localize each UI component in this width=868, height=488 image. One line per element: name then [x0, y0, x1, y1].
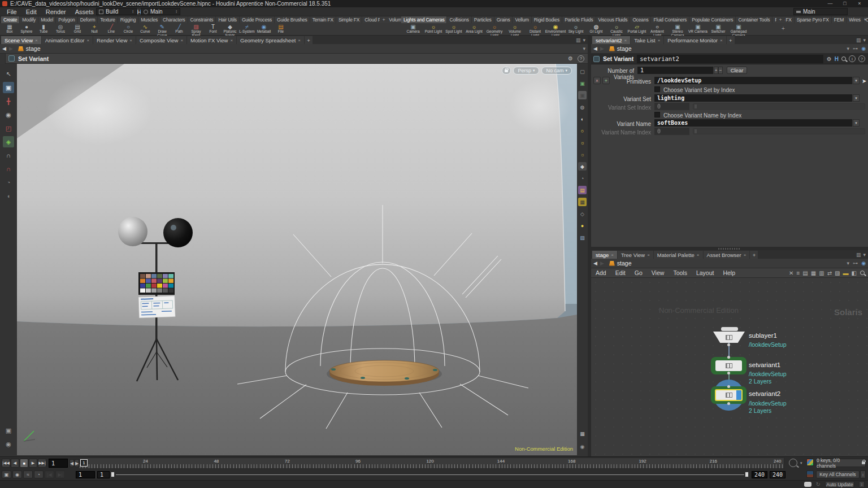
gi-light-tool[interactable]: ◍ GI Light — [586, 23, 606, 34]
tab-close-icon[interactable]: × — [230, 38, 233, 43]
add-pane-tab-button[interactable]: + — [750, 251, 758, 259]
l-system-tool[interactable]: ⌿ L-System — [238, 23, 255, 34]
range-start-field[interactable]: 1 — [97, 471, 110, 478]
net-tools-icon[interactable]: ✕ — [789, 270, 793, 276]
menu-item[interactable]: Edit — [21, 7, 41, 16]
lock-camera-icon[interactable]: ▣ — [578, 91, 587, 99]
shelf-tab[interactable]: Create — [1, 16, 19, 23]
hand-tool-icon[interactable]: ◔ — [578, 174, 587, 182]
lighting-mode-icon[interactable]: ○ — [578, 127, 587, 135]
character-tool-icon[interactable]: ◖ — [3, 190, 14, 202]
tab-close-icon[interactable]: × — [658, 38, 661, 43]
play-forward-button[interactable]: ▶ — [29, 459, 37, 468]
lock-camera-pill[interactable] — [502, 67, 511, 75]
floor[interactable] — [17, 315, 577, 455]
network-canvas[interactable]: Non-Commercial Edition Solaris sublayer1… — [591, 278, 868, 456]
grid-toggle-icon[interactable]: ▦ — [578, 429, 587, 438]
gear-icon[interactable]: ⚙ — [827, 56, 832, 62]
variant-name-dropdown[interactable]: ▾ — [853, 119, 860, 127]
switcher-tool[interactable]: ▣ Switcher — [708, 23, 728, 34]
node-output-dot[interactable] — [727, 402, 730, 405]
null-tool[interactable]: + Null — [86, 23, 103, 34]
node-setvariant2[interactable] — [715, 389, 743, 401]
shelf-tab[interactable]: Terrain FX — [310, 16, 336, 23]
tab-close-icon[interactable]: × — [129, 38, 132, 43]
font-tool[interactable]: T Font — [205, 23, 222, 34]
pane-tab[interactable]: Tree View × — [618, 251, 653, 259]
network-menu-item[interactable]: Layout — [692, 269, 719, 276]
node-sublayer1[interactable] — [713, 332, 745, 343]
viewport-3d[interactable] — [17, 64, 577, 455]
torus-tool[interactable]: ◎ Torus — [52, 23, 69, 34]
info-icon[interactable]: i — [849, 55, 856, 62]
num-variants-field[interactable]: 1 — [637, 67, 713, 74]
flipbook-icon[interactable]: ◉ — [3, 438, 14, 450]
global-start-field[interactable]: 1 — [76, 471, 95, 478]
add-shelf-tab-button[interactable]: + — [380, 16, 388, 23]
range-end-field[interactable]: 240 — [752, 471, 767, 478]
line-tool[interactable]: ╱ Line — [103, 23, 120, 34]
snapshot-icon[interactable]: ▣ — [3, 425, 14, 436]
pin-icon[interactable]: ⊶ — [853, 260, 858, 266]
keys-status-button[interactable]: 0 keys, 0/0 channels — [816, 459, 866, 467]
shelf-tab[interactable]: Particle Fluids — [562, 16, 595, 23]
sphere-tool[interactable]: ● Sphere — [18, 23, 35, 34]
area-light-tool[interactable]: ☼ Area Light — [464, 23, 484, 34]
marker-icon[interactable]: ● — [578, 221, 587, 230]
shelf-tab[interactable]: Sparse Pyro FX — [795, 16, 831, 23]
hq-light-icon[interactable]: ☼ — [578, 150, 587, 159]
timeline-zoom-icon[interactable] — [789, 459, 797, 467]
shelf-tab[interactable]: Wires — [847, 16, 863, 23]
render-region-icon[interactable]: ▣ — [578, 79, 587, 88]
add-pane-tab-button[interactable]: + — [727, 36, 735, 44]
shelf-tab[interactable]: Simple FX — [336, 16, 362, 23]
shelf-tab[interactable]: Viscous Fluids — [596, 16, 630, 23]
range-start-handle[interactable] — [111, 472, 115, 477]
sync-icon[interactable]: ◉ — [861, 46, 866, 51]
opbar-grip[interactable] — [0, 54, 6, 64]
message-bubble-icon[interactable] — [804, 482, 811, 487]
shelf-tab[interactable]: Guide Brushes — [275, 16, 310, 23]
clear-button[interactable]: Clear — [727, 67, 747, 74]
variant-set-field[interactable]: lighting — [654, 94, 852, 102]
shelf-menu-caret[interactable]: ▾ — [864, 17, 866, 22]
select-tool-icon[interactable]: ↖ — [3, 68, 14, 80]
shelf-tab[interactable]: FEM — [832, 16, 846, 23]
stop-button[interactable]: ■ — [20, 459, 28, 468]
snap-magnet-icon[interactable]: ∩ — [3, 150, 14, 161]
pane-tab[interactable]: Take List × — [631, 36, 663, 44]
shelf-tab[interactable]: Characters — [160, 16, 188, 23]
net-pane-icon[interactable]: ▥ — [819, 270, 824, 276]
shelf-tab[interactable]: Container Tools — [736, 16, 772, 23]
menu-item[interactable]: Render — [41, 7, 71, 16]
net-io-icon[interactable]: ⇄ — [827, 270, 832, 276]
motion-fx-icon[interactable]: ≈ — [23, 470, 33, 478]
tab-close-icon[interactable]: × — [298, 38, 301, 43]
node-input-dot[interactable] — [727, 356, 730, 359]
pane-tab[interactable]: Animation Editor × — [42, 36, 93, 44]
primitives-field[interactable]: /lookdevSetup — [654, 77, 852, 84]
minimize-button[interactable]: — — [823, 0, 837, 7]
shelf-tab[interactable]: Lights and Cameras — [401, 16, 446, 23]
pane-menu-caret[interactable]: ▾ — [583, 37, 585, 43]
backdrop-cyclorama[interactable] — [17, 64, 571, 326]
vr-camera-tool[interactable]: ▣ VR Camera — [688, 23, 708, 34]
shelf-tab[interactable]: Guide Process — [240, 16, 274, 23]
network-menu-item[interactable]: Help — [718, 269, 740, 276]
rotate-tool-icon[interactable]: ◉ — [3, 109, 14, 120]
pane-tab[interactable]: Scene View × — [1, 36, 41, 44]
path-menu-caret[interactable]: ▾ — [847, 46, 850, 51]
choose-set-checkbox[interactable] — [654, 86, 660, 92]
node-setvariant1[interactable] — [715, 360, 742, 371]
pane-menu-caret[interactable]: ▾ — [863, 252, 866, 258]
pane-tab[interactable]: setvariant2 × — [592, 36, 630, 44]
scoped-channels-icon[interactable] — [806, 459, 814, 466]
camera-slate-card[interactable] — [138, 296, 175, 318]
pane-tab[interactable]: Render View × — [93, 36, 136, 44]
channel-editor-icon[interactable] — [806, 470, 814, 478]
global-end-field[interactable]: 240 — [770, 471, 785, 478]
nav-back-icon[interactable]: ◀ — [593, 46, 597, 51]
follow-playhead-icon[interactable]: ▣ — [2, 470, 11, 478]
shelf-tab[interactable]: Particles — [472, 16, 494, 23]
network-path[interactable]: stage — [16, 45, 41, 52]
